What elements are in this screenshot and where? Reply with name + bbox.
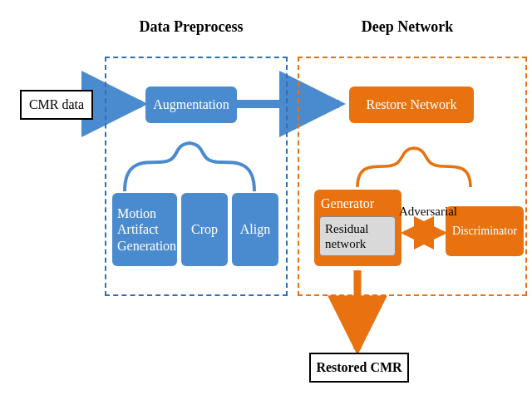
discriminator-node: Discriminator [446, 206, 524, 256]
adversarial-edge-label: Adversarial [399, 205, 457, 219]
motion-artifact-node: Motion Artifact Generation [112, 193, 177, 266]
generator-node: Generator Residual network [314, 190, 401, 266]
restore-network-node: Restore Network [349, 86, 474, 123]
generator-label: Generator [319, 195, 397, 216]
output-node: Restored CMR [309, 353, 409, 383]
input-node: CMR data [20, 90, 93, 120]
preprocess-section-title: Data Preprocess [125, 18, 258, 36]
crop-node: Crop [181, 193, 228, 266]
align-node: Align [232, 193, 278, 266]
residual-network-node: Residual network [319, 216, 396, 256]
augmentation-node: Augmentation [145, 86, 237, 123]
deep-network-section-title: Deep Network [341, 18, 474, 36]
